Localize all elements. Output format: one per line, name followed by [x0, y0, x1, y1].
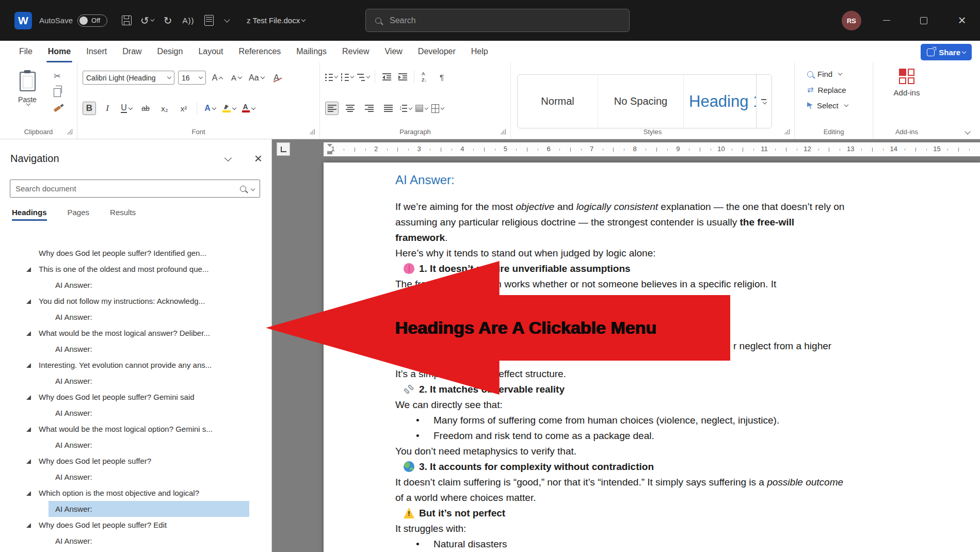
style-normal[interactable]: Normal: [518, 75, 598, 128]
change-case-button[interactable]: Aa: [248, 71, 265, 85]
sort-button[interactable]: [420, 71, 432, 83]
tab-mailings[interactable]: Mailings: [288, 41, 334, 62]
nav-heading-item[interactable]: Why does God let people suffer? Gemini s…: [0, 389, 269, 405]
collapse-triangle-icon[interactable]: [26, 523, 31, 528]
cut-icon[interactable]: [52, 71, 63, 81]
navigation-close-button[interactable]: [254, 152, 262, 165]
font-name-combo[interactable]: Calibri Light (Heading: [83, 71, 174, 85]
tab-stop-selector[interactable]: [277, 142, 290, 156]
nav-heading-item[interactable]: AI Answer:: [0, 437, 269, 453]
tab-home[interactable]: Home: [40, 41, 78, 62]
collapse-triangle-icon[interactable]: [26, 331, 31, 336]
nav-search-icon[interactable]: [240, 186, 246, 192]
subscript-button[interactable]: x₂: [157, 102, 172, 115]
styles-dialog-launcher[interactable]: [784, 129, 790, 134]
align-left-button[interactable]: [325, 102, 339, 115]
paste-button[interactable]: Paste: [11, 70, 43, 123]
collapse-triangle-icon[interactable]: [26, 363, 31, 368]
styles-gallery-more-button[interactable]: [756, 75, 772, 128]
quick-access-chevron-icon[interactable]: [224, 17, 230, 22]
tab-review[interactable]: Review: [334, 41, 377, 62]
tab-design[interactable]: Design: [150, 41, 191, 62]
bullets-button[interactable]: [325, 71, 338, 83]
tab-references[interactable]: References: [231, 41, 288, 62]
nav-heading-item[interactable]: Why does God let people suffer?: [0, 453, 269, 469]
increase-indent-button[interactable]: [396, 71, 409, 83]
tab-help[interactable]: Help: [463, 41, 496, 62]
addins-button[interactable]: Add-ins: [873, 69, 940, 97]
shading-button[interactable]: [415, 103, 428, 114]
font-size-combo[interactable]: 16: [178, 71, 206, 85]
multilevel-list-button[interactable]: [357, 71, 369, 83]
save-button[interactable]: [120, 14, 133, 27]
tab-insert[interactable]: Insert: [78, 41, 115, 62]
word-logo-icon[interactable]: W: [14, 12, 32, 29]
collapse-ribbon-chevron-icon[interactable]: [965, 128, 970, 134]
nav-heading-item[interactable]: AI Answer:: [0, 405, 269, 421]
collapse-triangle-icon[interactable]: [26, 427, 31, 432]
tab-view[interactable]: View: [377, 41, 410, 62]
underline-button[interactable]: U: [119, 102, 134, 115]
highlight-button[interactable]: [221, 102, 237, 115]
nav-search-input[interactable]: [10, 184, 240, 193]
format-painter-button[interactable]: [52, 104, 63, 114]
align-center-button[interactable]: [342, 102, 358, 115]
titlebar-search-input[interactable]: [389, 15, 597, 26]
nav-heading-item[interactable]: What would be the most logical answer? D…: [0, 325, 269, 341]
borders-button[interactable]: [431, 103, 444, 114]
nav-heading-item[interactable]: AI Answer:: [0, 469, 269, 485]
tab-developer[interactable]: Developer: [410, 41, 463, 62]
collapse-triangle-icon[interactable]: [26, 491, 31, 496]
nav-heading-item[interactable]: Why does God let people suffer? Edit: [0, 517, 269, 533]
autosave-toggle[interactable]: Off: [77, 14, 107, 27]
line-spacing-button[interactable]: [399, 103, 412, 114]
nav-heading-item[interactable]: AI Answer:: [0, 341, 269, 357]
nav-heading-item[interactable]: Interesting. Yet evolution cannot provid…: [0, 357, 269, 373]
tab-draw[interactable]: Draw: [115, 41, 149, 62]
align-right-button[interactable]: [361, 102, 377, 115]
font-color-button[interactable]: [240, 102, 256, 115]
nav-tab-pages[interactable]: Pages: [68, 208, 90, 221]
nav-search-box[interactable]: [10, 180, 260, 198]
nav-heading-item[interactable]: Which option is the most objective and l…: [0, 485, 269, 501]
nav-heading-item[interactable]: AI Answer:: [0, 277, 269, 293]
copy-button[interactable]: [52, 87, 63, 98]
nav-heading-item[interactable]: AI Answer:: [0, 373, 269, 389]
navigation-options-chevron-icon[interactable]: [224, 154, 232, 161]
undo-button[interactable]: ↺: [140, 14, 154, 27]
nav-tab-headings[interactable]: Headings: [12, 208, 47, 221]
text-effects-button[interactable]: A: [202, 102, 218, 115]
account-avatar[interactable]: RS: [842, 11, 861, 30]
bold-button[interactable]: B: [83, 102, 96, 115]
clear-formatting-button[interactable]: A: [269, 71, 284, 85]
undo-chevron-icon[interactable]: [150, 18, 154, 22]
paragraph-dialog-launcher[interactable]: [501, 129, 506, 134]
show-formatting-button[interactable]: [436, 71, 448, 83]
shrink-font-button[interactable]: A: [229, 71, 244, 85]
superscript-button[interactable]: x²: [176, 102, 191, 115]
strikethrough-button[interactable]: ab: [138, 102, 153, 115]
style-heading-1[interactable]: Heading 1: [683, 75, 756, 128]
tab-file[interactable]: File: [11, 41, 40, 62]
tab-layout[interactable]: Layout: [190, 41, 231, 62]
maximize-button[interactable]: [910, 0, 937, 41]
collapse-triangle-icon[interactable]: [26, 267, 31, 272]
font-dialog-launcher[interactable]: [310, 129, 315, 134]
titlebar-search-box[interactable]: [365, 9, 630, 32]
nav-heading-item[interactable]: AI Answer:: [49, 501, 249, 517]
redo-button[interactable]: ↻: [161, 14, 174, 27]
clipboard-dialog-launcher[interactable]: [67, 129, 72, 134]
nav-heading-item[interactable]: AI Answer:: [0, 533, 269, 549]
nav-heading-item[interactable]: Why does God let people suffer? Identifi…: [0, 245, 269, 261]
find-button[interactable]: Find: [807, 70, 848, 78]
nav-heading-item[interactable]: AI Answer:: [0, 309, 269, 325]
nav-search-chevron-icon[interactable]: [251, 186, 255, 190]
nav-heading-item[interactable]: What would be the most logical option? G…: [0, 421, 269, 437]
editor-button[interactable]: [202, 14, 216, 27]
share-button[interactable]: Share: [921, 44, 972, 60]
select-button[interactable]: Select: [807, 101, 848, 110]
collapse-triangle-icon[interactable]: [26, 459, 31, 464]
italic-button[interactable]: I: [100, 102, 115, 115]
decrease-indent-button[interactable]: [380, 71, 393, 83]
document-title-dropdown[interactable]: z Test File.docx: [247, 16, 305, 25]
